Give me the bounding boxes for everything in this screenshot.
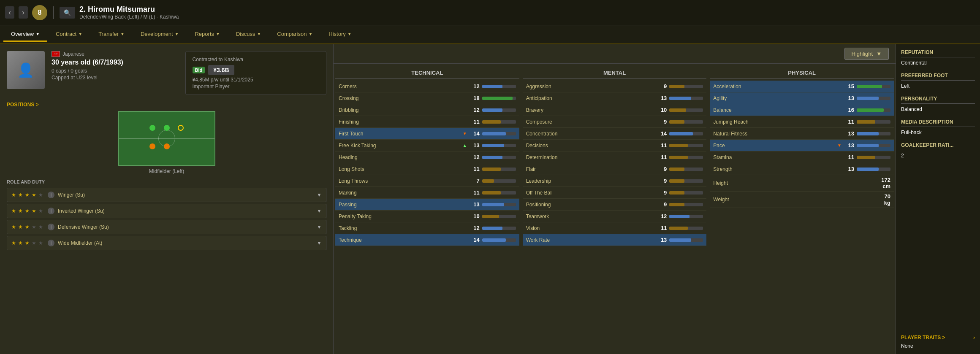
stat-value: 9 (655, 178, 667, 184)
bid-value: ¥3.6B (208, 65, 234, 75)
stat-row: Marking11 (335, 187, 519, 199)
stat-row: Height172 cm (710, 175, 894, 192)
stat-name: Long Shots (339, 166, 468, 172)
stat-name: Positioning (526, 202, 655, 208)
reputation-section: REPUTATION Continental (901, 49, 975, 66)
technical-header: TECHNICAL (335, 67, 519, 79)
stat-name: Jumping Reach (713, 119, 842, 125)
stat-value: 10 (655, 107, 667, 113)
stat-row: Strength13 (710, 163, 894, 175)
tab-development[interactable]: Development ▼ (133, 27, 187, 42)
bid-row: Bid ¥3.6B (193, 65, 320, 75)
role-stars-2: ★ ★ ★ ★ ★ (11, 224, 44, 230)
role-name-0: Winger (Su) (58, 192, 313, 198)
stat-row: Anticipation13 (523, 92, 707, 104)
stat-bar (482, 85, 502, 88)
positions-header[interactable]: POSITIONS > (7, 102, 326, 108)
tab-comparison[interactable]: Comparison ▼ (269, 27, 320, 42)
stat-row: Teamwork12 (523, 211, 707, 222)
stat-row: Passing13 (335, 199, 519, 211)
role-item-2[interactable]: ★ ★ ★ ★ ★ i Defensive Winger (Su) ▼ (7, 220, 326, 234)
personality-title: PERSONALITY (901, 96, 975, 104)
role-item-0[interactable]: ★ ★ ★ ★ ★ i Winger (Su) ▼ (7, 188, 326, 202)
stat-value: 12 (468, 107, 480, 113)
stat-value: 9 (655, 166, 667, 172)
stat-name: Dribbling (339, 107, 468, 113)
stat-row: Off The Ball9 (523, 187, 707, 199)
tab-reports[interactable]: Reports ▼ (187, 27, 227, 42)
stat-bar-container (857, 156, 890, 159)
stat-value: 70 kg (879, 193, 890, 206)
stat-bar (669, 144, 688, 147)
player-info-row: 👤 JP Japanese 30 years old (6/7/1993) 0 … (7, 51, 326, 95)
role-info-icon-3: i (48, 240, 54, 246)
stat-row: Composure9 (523, 116, 707, 128)
stat-bar-container (669, 156, 703, 159)
reputation-value: Continental (901, 60, 975, 66)
mental-stats: Aggression9Anticipation13Bravery10Compos… (523, 81, 707, 246)
stat-bar-container (669, 168, 703, 171)
goalkeeper-value: 2 (901, 153, 975, 159)
stat-name: Acceleration (713, 84, 842, 89)
stat-bar (482, 120, 501, 124)
forward-arrow[interactable]: › (19, 6, 28, 19)
stat-value: 18 (468, 95, 480, 101)
top-bar: ‹ › 8 🔍 2. Hiromu Mitsumaru Defender/Win… (0, 0, 980, 25)
player-details: JP Japanese 30 years old (6/7/1993) 0 ca… (52, 51, 179, 95)
stat-bar (857, 85, 882, 88)
stat-name: Height (713, 180, 879, 186)
stat-bar-container (482, 97, 516, 100)
stat-bar (482, 179, 494, 183)
stat-value: 14 (468, 237, 480, 243)
stat-value: 11 (842, 119, 854, 125)
stat-name: Determination (526, 154, 655, 160)
tab-overview[interactable]: Overview ▼ (3, 27, 47, 42)
trend-icon: ▼ (837, 143, 842, 148)
stat-row: Long Throws7 (335, 175, 519, 187)
stat-bar-container (482, 144, 516, 147)
goalkeeper-section: GOALKEEPER RATI... 2 (901, 142, 975, 159)
role-name-2: Defensive Winger (Su) (58, 224, 313, 230)
stat-value: 12 (468, 83, 480, 89)
stat-row: Dribbling12 (335, 104, 519, 116)
tab-discuss[interactable]: Discuss ▼ (228, 27, 269, 42)
stat-name: Free Kick Taking (339, 143, 461, 149)
stat-bar-container (669, 85, 703, 88)
stat-value: 9 (655, 189, 667, 196)
stat-name: First Touch (339, 131, 461, 137)
stat-bar-container (857, 97, 890, 100)
contract-status: Important Player (193, 84, 320, 89)
tab-history[interactable]: History ▼ (321, 27, 359, 42)
stat-row: Bravery10 (523, 104, 707, 116)
stat-bar-container (669, 132, 703, 135)
stat-value: 12 (468, 225, 480, 231)
stat-bar (669, 238, 691, 242)
stat-bar (482, 191, 501, 195)
stat-bar-container (669, 144, 703, 147)
stat-name: Strength (713, 166, 842, 172)
stat-bar (857, 97, 879, 100)
stat-row: Heading12 (335, 151, 519, 163)
player-traits-link[interactable]: PLAYER TRAITS > › (901, 331, 975, 340)
stat-bar-container (669, 238, 703, 242)
tab-transfer[interactable]: Transfer ▼ (91, 27, 132, 42)
stat-name: Concentration (526, 131, 655, 137)
stat-bar-container (482, 156, 516, 159)
role-arrow-2: ▼ (317, 224, 322, 230)
stat-bar-container (482, 132, 516, 135)
search-button[interactable]: 🔍 (60, 7, 75, 19)
stat-value: 13 (842, 166, 854, 172)
player-header-info: 2. Hiromu Mitsumaru Defender/Wing Back (… (79, 5, 179, 20)
tab-contract[interactable]: Contract ▼ (48, 27, 90, 42)
stat-name: Heading (339, 154, 468, 160)
back-arrow[interactable]: ‹ (5, 6, 14, 19)
stat-bar (669, 168, 684, 171)
role-item-1[interactable]: ★ ★ ★ ★ ★ i Inverted Winger (Su) ▼ (7, 204, 326, 218)
stat-row: Free Kick Taking▲13 (335, 140, 519, 151)
stat-row: Long Shots11 (335, 163, 519, 175)
role-item-3[interactable]: ★ ★ ★ ★ ★ i Wide Midfielder (At) ▼ (7, 236, 326, 250)
nationality-row: JP Japanese (52, 51, 179, 57)
stat-row: Crossing18 (335, 92, 519, 104)
stat-bar-container (482, 203, 516, 206)
highlight-button[interactable]: Highlight ▼ (844, 48, 889, 60)
